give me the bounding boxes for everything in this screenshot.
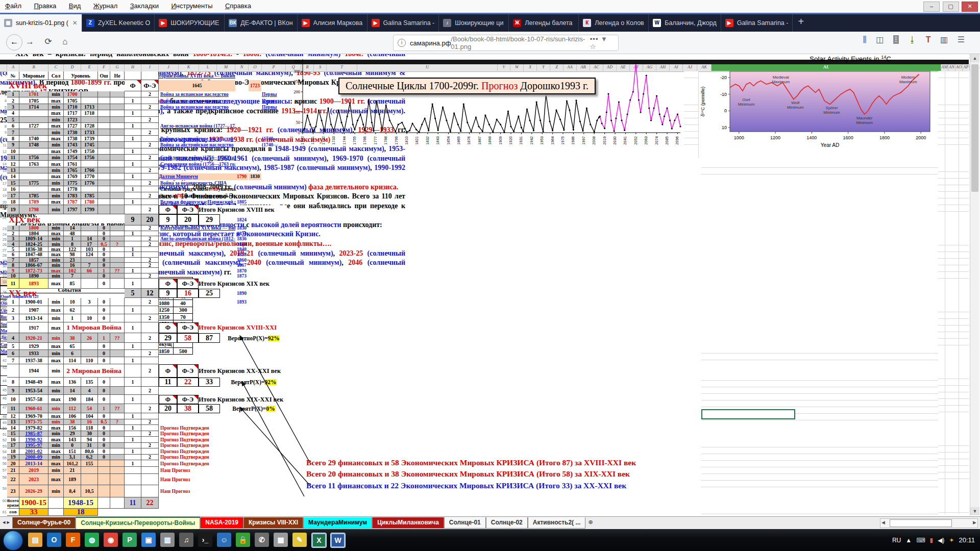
tab-6[interactable]: ЖЛегенды балета [509, 14, 579, 32]
taskbar-media-icon[interactable]: ♫ [179, 533, 193, 547]
home-icon[interactable]: ⌂ [62, 37, 67, 47]
sheet-cell [110, 395, 125, 404]
site-info-icon[interactable]: i [398, 39, 406, 47]
bookmark-star-icon[interactable]: ☆ [590, 43, 597, 51]
scroll-up-icon[interactable]: ▲ [970, 54, 979, 62]
taskbar-security-icon[interactable]: 🔒 [236, 533, 250, 547]
sheet-tab-5[interactable]: ЦиклыМиланковича [372, 517, 444, 529]
sheet-cell: 6 [7, 350, 19, 357]
row-note: Война за независимость США [160, 180, 235, 186]
tab-0[interactable]: ZZyXEL Keenetic O [82, 14, 155, 32]
tab-5[interactable]: ♪Шокирующие ци [439, 14, 509, 32]
svg-text:2063: 2063 [644, 136, 648, 145]
menu-view[interactable]: Вид [64, 0, 86, 12]
tab-close-icon[interactable]: ✕ [72, 19, 78, 27]
taskbar-explorer-icon[interactable]: ▤ [28, 533, 42, 547]
menu-tools[interactable]: Инструменты [166, 0, 217, 12]
page-actions-icon[interactable]: ••• [590, 35, 599, 43]
menu-history[interactable]: Журнал [88, 0, 122, 12]
taskbar-contact-icon[interactable]: ☺ [217, 533, 231, 547]
minimize-button[interactable]: – [923, 2, 940, 12]
tab-8[interactable]: WБаланчин, Джорд [649, 14, 721, 32]
volume-icon[interactable]: ◀) [938, 537, 944, 544]
tab-7[interactable]: КЛегенда о Колов [579, 14, 649, 32]
url-bar[interactable]: i самарина.рф/Book/book-08-html/book-10-… [393, 35, 619, 51]
sidebar-icon[interactable]: ◫ [876, 35, 884, 44]
language-indicator[interactable]: RU [892, 537, 901, 544]
sheet-nav-left-icon[interactable]: ◂ ▸ [0, 517, 12, 528]
alert-icon[interactable]: ▮ [930, 537, 934, 544]
start-button[interactable] [3, 531, 23, 550]
clock[interactable]: 20:11 [959, 536, 975, 544]
sheet-tab-8[interactable]: Активность2( ... [528, 517, 586, 529]
taskbar-paint-icon[interactable]: P [122, 533, 137, 547]
sheet-cell [110, 226, 125, 231]
maximize-button[interactable]: ▢ [943, 2, 959, 12]
taskbar-globe-icon[interactable]: ◍ [85, 533, 99, 547]
taskbar-terminal-icon[interactable]: ›_ [198, 533, 212, 547]
taskbar-excel-icon[interactable]: X [311, 533, 327, 548]
sheet-tab-3[interactable]: Кризисы VIII-XXI [243, 517, 303, 529]
update-icon[interactable]: ✦ [949, 537, 954, 544]
library-icon[interactable]: ⫼ [863, 35, 866, 44]
sheet-cell: 1804 [19, 231, 48, 236]
menu-file[interactable]: Файл [0, 0, 27, 12]
forward-icon[interactable]: → [26, 37, 34, 47]
taskbar-calculator-icon[interactable]: ▦ [274, 533, 288, 547]
sheet-row: 51836-38max122103011848 [7, 247, 286, 252]
tab-2[interactable]: ВКДЕ-ФАКТО | ВКон [225, 14, 297, 32]
tab-1[interactable]: ▶ШОКИРУЮЩИЕ [155, 14, 225, 32]
sheet-cell [110, 231, 125, 236]
tray-expand-icon[interactable]: ▲ [905, 537, 912, 544]
sheet-cell [125, 142, 141, 148]
reader-icon[interactable]: ▥ [940, 35, 948, 44]
url-host: самарина.рф [410, 39, 451, 47]
tab-4[interactable]: ▶Galina Samarina - [368, 14, 439, 32]
taskbar-notes-icon[interactable]: ✎ [292, 533, 307, 547]
menu-edit[interactable]: Правка [29, 0, 61, 12]
taskbar-word-icon[interactable]: W [330, 533, 346, 548]
back-icon[interactable]: ← [6, 34, 22, 51]
tab-9[interactable]: ▶Galina Samarina - [721, 14, 793, 32]
taskbar-display-icon[interactable]: ▣ [141, 533, 156, 547]
sheet-tab-0[interactable]: Солнце-Фурье-00 [12, 517, 76, 529]
sheet-cell [48, 509, 64, 516]
hscroll-right-icon[interactable]: ▶ [973, 520, 976, 525]
sheet-cell: 1890 [19, 273, 48, 279]
sheet-cell: сов [7, 509, 19, 516]
sheet-tab-4[interactable]: МаундераМинимум [303, 517, 372, 529]
menu-bookmarks[interactable]: Закладки [125, 0, 164, 12]
taskbar-phone-icon[interactable]: ✆ [255, 533, 269, 547]
tab-3[interactable]: ▶Алисия Маркова [298, 14, 368, 32]
add-sheet-icon[interactable]: ⊕ [585, 517, 595, 528]
horizontal-scrollbar[interactable]: ◀ ▶ [880, 518, 978, 528]
sheet-cell: min [48, 333, 64, 343]
taskbar-device-icon[interactable]: ▥ [160, 533, 175, 547]
sheet-tab-7[interactable]: Солнце-02 [486, 517, 528, 529]
new-tab-icon[interactable]: + [793, 14, 809, 29]
sheet-tab-2[interactable]: NASA-2019 [200, 517, 243, 529]
extension-icon[interactable]: ⁝ [893, 35, 899, 44]
sheet-tab-1[interactable]: Солнце-Кризисы-Перевороты-Войны [76, 517, 200, 530]
close-button[interactable]: ✕ [962, 2, 978, 12]
taskbar-chrome-icon[interactable]: ◉ [104, 533, 118, 547]
hscroll-thumb[interactable] [890, 519, 952, 527]
hamburger-menu-icon[interactable]: ☰ [958, 35, 965, 44]
sheet-cell: 2 [141, 298, 159, 306]
hscroll-left-icon[interactable]: ◀ [881, 520, 885, 525]
reload-icon[interactable]: ⟳ [44, 36, 52, 47]
taskbar-outlook-icon[interactable]: O [47, 533, 61, 547]
taskbar-firefox-icon[interactable]: F [66, 533, 80, 547]
sheet-cell [7, 364, 19, 378]
pocket-icon[interactable]: ▼ [601, 35, 608, 43]
vertical-scrollbar[interactable]: ▲ ▼ [970, 54, 979, 515]
translate-extension-icon[interactable]: T [926, 35, 931, 44]
download-icon[interactable]: ⭳ [908, 35, 916, 44]
scrollbar-thumb[interactable] [971, 64, 978, 192]
sheet-cell: 1770 [81, 173, 98, 180]
sheet-tab-6[interactable]: Солнце-01 [444, 517, 486, 529]
scroll-down-icon[interactable]: ▼ [970, 507, 979, 515]
network-icon[interactable]: ⌨ [916, 537, 925, 544]
menu-help[interactable]: Справка [220, 0, 256, 12]
tab-active[interactable]: ▦sun-krizis-01.png (✕ [0, 14, 82, 32]
